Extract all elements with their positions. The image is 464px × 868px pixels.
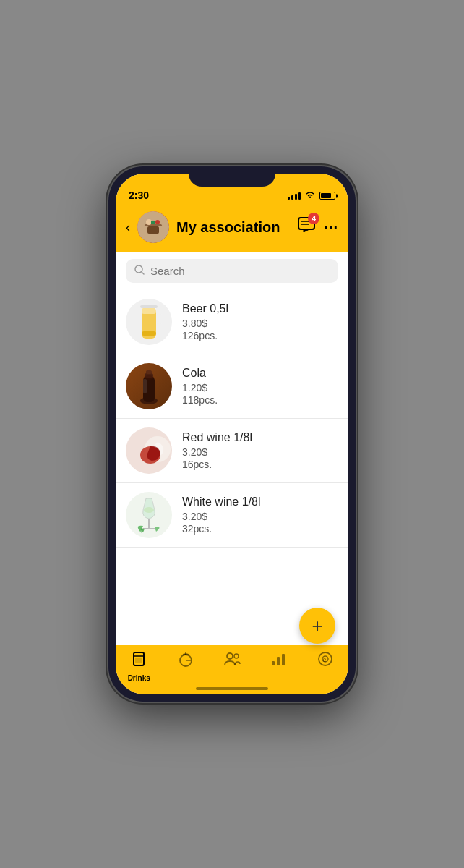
item-price: 3.20$ [182, 511, 338, 522]
item-image-white-wine [126, 492, 172, 538]
svg-rect-22 [143, 379, 147, 393]
item-price: 3.20$ [182, 446, 338, 458]
search-container [116, 252, 348, 290]
svg-rect-2 [145, 224, 162, 226]
svg-rect-37 [277, 657, 280, 665]
item-info-beer: Beer 0,5l 3.80$ 126pcs. [182, 302, 338, 341]
app-header: ‹ My association [116, 205, 348, 252]
list-item[interactable]: Red wine 1/8l 3.20$ 16pcs. [116, 419, 348, 483]
nav-item-drinks[interactable]: Drinks [121, 651, 157, 682]
list-item[interactable]: Beer 0,5l 3.80$ 126pcs. [116, 290, 348, 354]
fab-container: + [299, 608, 335, 644]
search-icon [134, 265, 145, 277]
battery-icon [319, 192, 335, 200]
chat-button[interactable]: 4 [298, 217, 315, 237]
svg-point-35 [234, 654, 239, 658]
drinks-label: Drinks [128, 674, 150, 682]
item-image-cola [126, 363, 172, 409]
list-item[interactable]: White wine 1/8l 3.20$ 32pcs. [116, 483, 348, 548]
svg-point-5 [155, 220, 160, 224]
add-item-fab[interactable]: + [299, 608, 335, 644]
nav-item-members[interactable] [214, 651, 250, 671]
header-actions: 4 ··· [298, 217, 338, 237]
svg-rect-16 [142, 331, 156, 336]
svg-rect-20 [146, 370, 152, 374]
food-icon [178, 651, 194, 672]
svg-point-34 [227, 653, 233, 659]
item-qty: 32pcs. [182, 523, 338, 535]
svg-point-0 [309, 197, 311, 198]
signal-icon [288, 192, 301, 200]
header-title: My association [176, 219, 291, 236]
item-qty: 118pcs. [182, 394, 338, 406]
item-image-beer [126, 299, 172, 345]
svg-rect-15 [156, 314, 162, 324]
item-name: White wine 1/8l [182, 495, 338, 509]
members-icon [223, 651, 241, 671]
phone-frame: 2:30 [108, 166, 356, 702]
item-qty: 126pcs. [182, 330, 338, 341]
svg-point-27 [144, 507, 154, 513]
more-button[interactable]: ··· [324, 219, 338, 236]
item-name: Beer 0,5l [182, 302, 338, 315]
svg-rect-38 [282, 654, 285, 665]
phone-screen: 2:30 [116, 174, 348, 694]
notification-badge: 4 [308, 213, 319, 224]
wifi-icon [304, 190, 316, 201]
nav-item-food[interactable] [168, 651, 204, 672]
status-time: 2:30 [129, 190, 149, 201]
status-icons [288, 190, 335, 201]
item-info-cola: Cola 1.20$ 118pcs. [182, 367, 338, 406]
item-price: 1.20$ [182, 382, 338, 393]
item-price: 3.80$ [182, 318, 338, 329]
item-info-white-wine: White wine 1/8l 3.20$ 32pcs. [182, 495, 338, 535]
svg-line-11 [142, 272, 144, 274]
item-name: Cola [182, 367, 338, 380]
svg-rect-6 [151, 221, 155, 224]
stats-icon [270, 651, 286, 671]
notch [189, 166, 275, 187]
svg-rect-36 [272, 661, 275, 665]
home-indicator [196, 687, 268, 690]
drinks-icon [131, 651, 147, 672]
search-box [126, 259, 338, 283]
item-name: Red wine 1/8l [182, 431, 338, 444]
item-qty: 16pcs. [182, 459, 338, 470]
svg-point-4 [146, 219, 152, 225]
settings-icon: e [317, 651, 333, 671]
item-image-red-wine [126, 427, 172, 474]
item-info-red-wine: Red wine 1/8l 3.20$ 16pcs. [182, 431, 338, 470]
svg-rect-14 [140, 305, 158, 308]
nav-item-settings[interactable]: e [307, 651, 343, 671]
avatar [137, 211, 169, 243]
list-item[interactable]: Cola 1.20$ 118pcs. [116, 354, 348, 419]
back-button[interactable]: ‹ [126, 220, 130, 235]
items-list: Beer 0,5l 3.80$ 126pcs. [116, 290, 348, 645]
svg-text:e: e [322, 656, 326, 663]
svg-rect-30 [135, 658, 142, 663]
search-input[interactable] [150, 265, 330, 277]
svg-rect-3 [147, 226, 159, 234]
nav-item-stats[interactable] [260, 651, 296, 671]
